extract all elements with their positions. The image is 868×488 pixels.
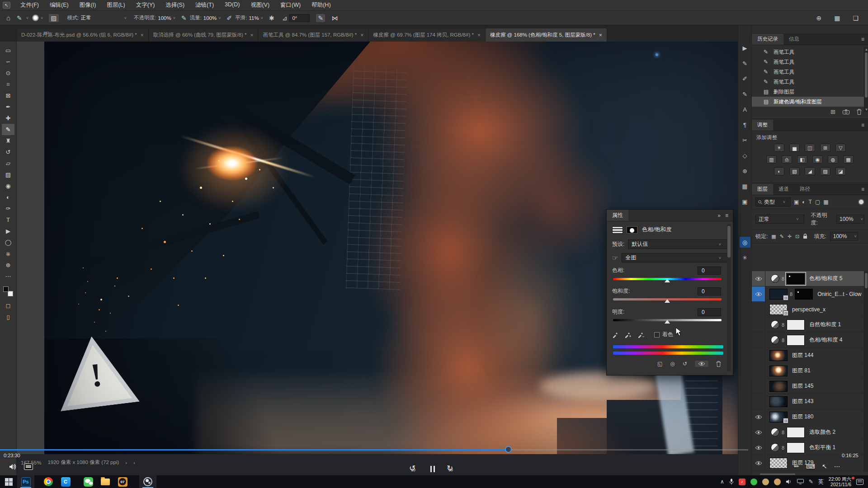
pressure-opacity-icon[interactable]: ✎ xyxy=(181,14,187,22)
taskbar-obs[interactable] xyxy=(139,475,156,488)
tool-button[interactable]: ▶ xyxy=(2,225,14,237)
layer-visibility-toggle[interactable] xyxy=(752,333,765,347)
volume-icon[interactable] xyxy=(786,479,792,484)
forward-30-button[interactable]: ↻ 30 xyxy=(447,465,453,472)
tab-channels[interactable]: 通道 xyxy=(773,184,794,195)
layer-name[interactable]: perspective_x xyxy=(792,306,826,313)
layer-visibility-toggle[interactable] xyxy=(752,379,765,394)
eyedropper-plus-icon[interactable] xyxy=(624,332,631,338)
layer-thumbnail[interactable]: ⊡ xyxy=(769,350,788,361)
status-caret-right-icon[interactable]: › xyxy=(125,460,127,465)
panel-menu-icon[interactable]: ≡ xyxy=(861,122,864,128)
history-item[interactable]: ✎ 画笔工具 xyxy=(752,47,868,57)
mask-link-icon[interactable]: 8 xyxy=(782,276,784,282)
adjustment-icon[interactable]: ◫ xyxy=(805,144,815,152)
adjustment-icon[interactable]: ◪ xyxy=(835,167,846,175)
layer-thumbnail[interactable]: ⊡ xyxy=(769,458,788,469)
tab-paths[interactable]: 路径 xyxy=(794,184,816,195)
filter-shape-layers-icon[interactable]: ▢ xyxy=(815,199,820,205)
adjustment-icon[interactable]: ▽ xyxy=(835,144,846,152)
chevron-down-icon[interactable]: ˅ xyxy=(173,16,175,20)
saturation-input[interactable]: 0 xyxy=(698,287,721,296)
layer-visibility-toggle[interactable] xyxy=(752,348,765,363)
lock-artboard-icon[interactable]: ⊡ xyxy=(795,234,799,239)
tool-button[interactable]: ▭ xyxy=(2,45,14,56)
layer-mask-thumbnail[interactable] xyxy=(787,442,805,453)
layer-visibility-toggle[interactable] xyxy=(752,302,765,317)
layer-thumbnail[interactable]: ⊡ xyxy=(769,366,788,376)
filter-type-layers-icon[interactable]: T xyxy=(809,199,812,205)
layer-mask-thumbnail[interactable] xyxy=(787,319,805,330)
music-app-icon[interactable]: ♪ xyxy=(739,479,745,485)
blend-mode-select[interactable]: 正常 ˅ xyxy=(755,215,804,224)
gear-icon[interactable]: ✱ xyxy=(269,14,274,22)
layer-name[interactable]: 图层 180 xyxy=(792,413,813,421)
menu-item[interactable]: 编辑(E) xyxy=(44,1,74,9)
dock-panel-icon[interactable]: ▦ xyxy=(740,181,750,192)
menu-item[interactable]: 文件(F) xyxy=(15,1,44,9)
brush-panel-toggle-icon[interactable]: ▨ xyxy=(49,14,58,22)
dock-panel-icon[interactable]: A xyxy=(740,104,750,115)
eyedropper-icon[interactable] xyxy=(612,332,618,338)
filter-pixel-layers-icon[interactable]: ▣ xyxy=(794,199,799,205)
subtitle-icon[interactable] xyxy=(24,464,33,470)
symmetry-icon[interactable]: ⋈ xyxy=(331,14,338,22)
mask-link-icon[interactable]: 8 xyxy=(782,338,784,343)
layer-visibility-toggle[interactable] xyxy=(752,455,765,470)
properties-title[interactable]: 属性 xyxy=(607,210,628,221)
dock-active-panel-icon[interactable]: ◎ xyxy=(740,237,750,248)
tool-button[interactable]: ⊕ xyxy=(2,259,14,271)
menu-item[interactable]: 帮助(H) xyxy=(306,1,336,9)
history-item[interactable]: ✎ 画笔工具 xyxy=(752,77,868,87)
tool-button[interactable]: ◐ xyxy=(2,192,14,203)
layer-name[interactable]: 图层 143 xyxy=(792,398,813,405)
layer-row[interactable]: ⊡ 8 Oniric_E...t - Glow xyxy=(752,286,868,302)
layer-name[interactable]: 自然饱和度 1 xyxy=(809,321,841,328)
start-button[interactable] xyxy=(0,475,17,488)
tab-history[interactable]: 历史记录 xyxy=(752,34,783,45)
adjustment-icon[interactable]: ▨ xyxy=(820,167,830,175)
adjustment-icon[interactable]: ◢ xyxy=(805,167,815,175)
lock-all-icon[interactable] xyxy=(803,234,807,239)
layer-row[interactable]: ⊡ 8 图层 81 xyxy=(752,363,868,379)
windows-ink-icon[interactable]: ✎ xyxy=(809,479,813,485)
layer-visibility-toggle[interactable] xyxy=(752,271,765,286)
adjustment-icon[interactable]: ▧ xyxy=(789,167,800,175)
adjustment-icon[interactable]: ▦ xyxy=(843,155,854,164)
layer-thumbnail[interactable]: ⊡ xyxy=(769,396,788,407)
brush-tool-icon[interactable]: ✎ xyxy=(17,14,22,22)
layer-row[interactable]: ⊡ 8 图层 143 xyxy=(752,394,868,409)
panel-menu-icon[interactable]: ≡ xyxy=(861,36,864,42)
mask-link-icon[interactable]: 8 xyxy=(790,291,793,297)
layer-name[interactable]: 色彩平衡 1 xyxy=(809,444,835,451)
chevron-down-icon[interactable]: ˅ xyxy=(218,16,221,20)
dock-panel-icon[interactable]: ✳ xyxy=(740,252,750,263)
layer-visibility-toggle[interactable] xyxy=(752,363,765,378)
new-snapshot-camera-icon[interactable] xyxy=(843,109,849,114)
tool-button[interactable]: ▨ xyxy=(2,169,14,180)
microphone-icon[interactable] xyxy=(729,479,734,485)
layer-mask-thumbnail[interactable] xyxy=(787,335,805,346)
chevron-down-icon[interactable]: ˅ xyxy=(26,16,28,20)
menu-item[interactable]: 视图(V) xyxy=(245,1,275,9)
dock-panel-icon[interactable]: ▶ xyxy=(740,42,750,53)
speaker-icon[interactable] xyxy=(9,464,17,470)
saturation-slider-thumb[interactable] xyxy=(665,299,670,303)
adjustment-icon[interactable]: ◉ xyxy=(812,155,823,164)
flow-value[interactable]: 100% xyxy=(203,15,217,21)
new-document-from-state-icon[interactable]: ⊞ xyxy=(830,108,835,115)
history-item[interactable]: ✎ 画笔工具 xyxy=(752,57,868,67)
tool-button[interactable]: ◉ xyxy=(2,180,14,192)
tool-button[interactable]: ⎈ xyxy=(2,248,14,259)
tool-button[interactable]: ∽ xyxy=(2,56,14,67)
tool-button[interactable]: ✚ xyxy=(2,113,14,124)
tool-button[interactable]: ◯ xyxy=(2,237,14,248)
chevron-down-icon[interactable]: ˅ xyxy=(261,16,263,20)
opacity-value[interactable]: 100% xyxy=(158,15,171,21)
panel-menu-icon[interactable]: ≡ xyxy=(861,186,864,192)
taskbar-clock[interactable]: 22:00 周六 2021/11/6 xyxy=(829,476,851,487)
taskbar-explorer[interactable] xyxy=(97,475,114,488)
layer-row[interactable]: ⊡ 8 perspective_x xyxy=(752,302,868,317)
chevron-down-icon[interactable]: ˅ xyxy=(124,16,127,20)
adjustment-icon[interactable]: ♎ xyxy=(782,155,792,164)
